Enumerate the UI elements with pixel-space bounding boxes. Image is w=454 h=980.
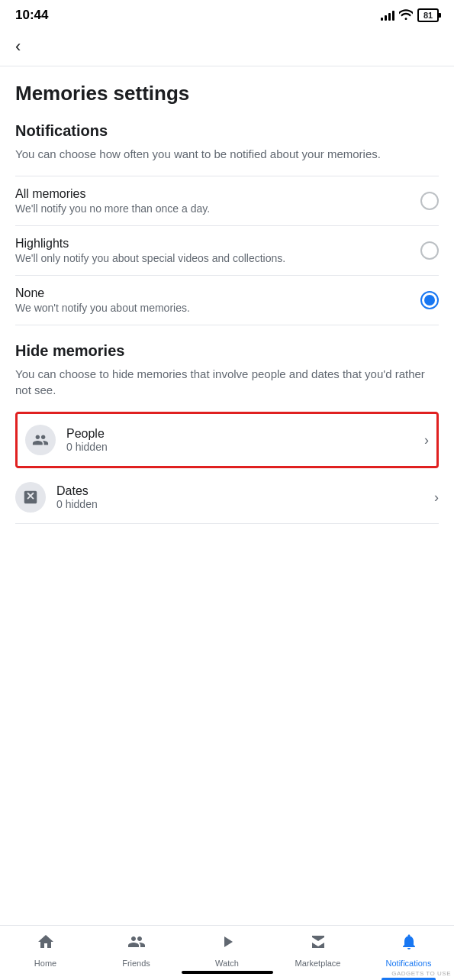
watch-icon <box>218 933 237 956</box>
highlights-radio[interactable] <box>420 241 439 260</box>
highlights-label: Highlights <box>15 237 285 251</box>
notifications-icon <box>400 933 418 956</box>
dates-label: Dates <box>56 484 427 498</box>
people-icon-box <box>25 425 56 455</box>
signal-icon <box>381 10 394 21</box>
people-sublabel: 0 hidden <box>66 441 417 453</box>
dates-icon-box <box>15 482 46 513</box>
dates-sublabel: 0 hidden <box>56 498 427 510</box>
people-label: People <box>66 427 417 441</box>
highlights-sublabel: We'll only notify you about special vide… <box>15 252 285 264</box>
marketplace-label: Marketplace <box>295 959 341 968</box>
none-radio[interactable] <box>420 291 439 309</box>
dates-icon <box>22 489 39 506</box>
people-chevron: › <box>424 432 429 448</box>
status-time: 10:44 <box>15 8 48 23</box>
friends-icon <box>127 933 146 956</box>
nav-friends[interactable]: Friends <box>91 926 182 980</box>
main-content: Memories settings Notifications You can … <box>0 66 454 524</box>
people-menu-item[interactable]: People 0 hidden › <box>15 412 439 468</box>
friends-label: Friends <box>122 959 150 968</box>
home-indicator <box>182 971 273 974</box>
watch-label: Watch <box>215 959 239 968</box>
home-label: Home <box>34 959 56 968</box>
people-icon <box>32 432 49 448</box>
battery-icon: 81 <box>417 8 439 22</box>
notifications-label: Notifications <box>386 959 432 968</box>
nav-home[interactable]: Home <box>0 926 91 980</box>
none-sublabel: We won't notify you about memories. <box>15 302 190 314</box>
all-memories-label: All memories <box>15 187 210 201</box>
watermark: GADGETS TO USE <box>391 970 451 977</box>
hide-memories-section: Hide memories You can choose to hide mem… <box>15 342 439 524</box>
back-bar: ‹ <box>0 27 454 66</box>
all-memories-sublabel: We'll notify you no more than once a day… <box>15 202 210 215</box>
home-icon <box>37 933 55 956</box>
hide-menu-list: People 0 hidden › Dates 0 hidden › <box>15 412 439 524</box>
marketplace-icon <box>309 933 327 956</box>
none-label: None <box>15 286 190 300</box>
radio-list: All memories We'll notify you no more th… <box>15 176 439 325</box>
radio-all-memories[interactable]: All memories We'll notify you no more th… <box>15 176 439 226</box>
hide-memories-title: Hide memories <box>15 342 439 360</box>
page-title: Memories settings <box>15 82 439 105</box>
notifications-section-title: Notifications <box>15 122 439 140</box>
radio-highlights[interactable]: Highlights We'll only notify you about s… <box>15 226 439 276</box>
nav-marketplace[interactable]: Marketplace <box>272 926 363 980</box>
dates-chevron: › <box>434 490 439 506</box>
status-bar: 10:44 81 <box>0 0 454 27</box>
radio-none[interactable]: None We won't notify you about memories. <box>15 276 439 325</box>
back-button[interactable]: ‹ <box>15 37 38 57</box>
notifications-section-desc: You can choose how often you want to be … <box>15 146 439 162</box>
notifications-section: Notifications You can choose how often y… <box>15 122 439 325</box>
hide-memories-desc: You can choose to hide memories that inv… <box>15 366 439 398</box>
all-memories-radio[interactable] <box>420 192 439 210</box>
dates-menu-item[interactable]: Dates 0 hidden › <box>15 471 439 524</box>
status-icons: 81 <box>381 8 439 22</box>
wifi-icon <box>399 9 413 22</box>
